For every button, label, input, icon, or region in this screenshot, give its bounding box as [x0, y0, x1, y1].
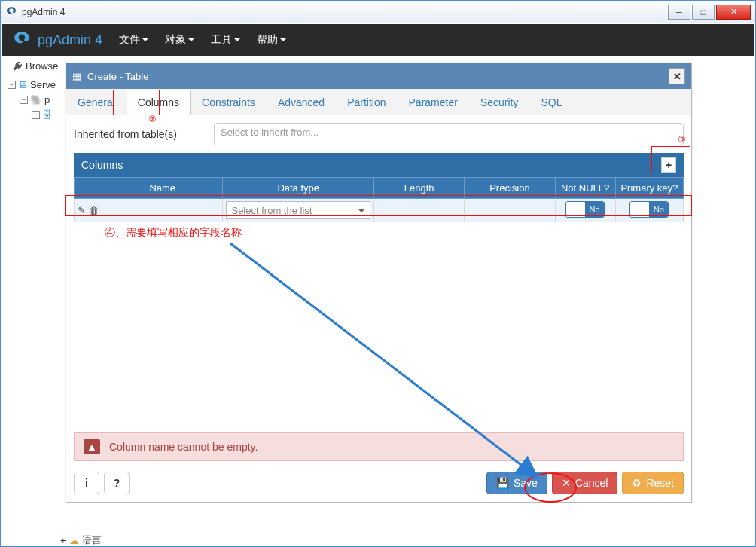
column-row: ✎🗑 Select from the list No No: [75, 199, 684, 222]
save-icon: 💾: [496, 477, 509, 489]
col-notnull-header: Not NULL?: [555, 178, 615, 199]
dialog-tabs: General Columns Constraints Advanced Par…: [66, 89, 691, 115]
caret-down-icon: [358, 209, 365, 216]
browser-panel-label: Browse: [12, 60, 58, 72]
collapse-icon[interactable]: −: [20, 96, 28, 104]
col-pk-header: Primary key?: [615, 178, 683, 199]
database-icon: 🗄: [42, 109, 52, 121]
collapse-icon[interactable]: −: [32, 111, 40, 119]
reset-button[interactable]: ♻Reset: [622, 472, 684, 494]
dialog-title: Create - Table: [87, 71, 148, 82]
menu-object[interactable]: 对象: [165, 33, 194, 47]
app-name: pgAdmin 4: [38, 32, 102, 48]
columns-grid: Name Data type Length Precision Not NULL…: [74, 177, 684, 222]
object-tree: −🖥Serve −🐘p −🗄: [8, 77, 56, 122]
warning-icon: ▲: [84, 439, 100, 454]
caret-down-icon: [188, 38, 194, 44]
info-button[interactable]: i: [74, 472, 99, 494]
expand-icon[interactable]: +: [60, 535, 66, 546]
close-window-button[interactable]: ✕: [716, 5, 751, 20]
add-column-button[interactable]: +: [661, 157, 676, 173]
tab-sql[interactable]: SQL: [529, 90, 573, 115]
dialog-buttons: i ? 💾Save ✕Cancel ♻Reset: [66, 467, 691, 502]
menu-tools[interactable]: 工具: [211, 33, 240, 47]
col-precision-header: Precision: [465, 178, 555, 199]
caret-down-icon: [142, 38, 148, 44]
menu-file[interactable]: 文件: [119, 33, 148, 47]
cancel-button[interactable]: ✕Cancel: [552, 472, 618, 494]
col-name-header: Name: [102, 178, 223, 199]
lang-icon: ☁: [69, 535, 79, 546]
error-text: Column name cannot be empty.: [109, 441, 258, 453]
dialog-content: Inherited from table(s) Select to inheri…: [66, 115, 691, 432]
col-length-header: Length: [373, 178, 464, 199]
tree-servers[interactable]: −🖥Serve: [8, 77, 56, 92]
os-title-text: pgAdmin 4: [22, 7, 668, 17]
minimize-button[interactable]: ─: [668, 5, 690, 20]
error-bar: ▲ Column name cannot be empty.: [74, 432, 684, 461]
dialog-close-button[interactable]: ✕: [669, 68, 685, 84]
inherit-select[interactable]: Select to inherit from...: [214, 123, 684, 145]
close-icon: ✕: [562, 477, 571, 489]
edit-row-icon[interactable]: ✎: [78, 205, 86, 216]
precision-cell[interactable]: [465, 199, 555, 222]
os-window: pgAdmin 4 ─ □ ✕ pgAdmin 4 文件 对象 工具 帮助 Br…: [0, 0, 756, 547]
dialog-header: ▦ Create - Table ✕: [66, 63, 691, 89]
pk-toggle[interactable]: No: [629, 201, 669, 218]
tree-bottom: +☁语言 +🗄postgres: [60, 533, 105, 547]
delete-row-icon[interactable]: 🗑: [89, 205, 99, 216]
os-titlebar: pgAdmin 4 ─ □ ✕: [1, 1, 755, 23]
wrench-icon: [12, 61, 23, 72]
inherit-label: Inherited from table(s): [74, 128, 202, 140]
create-table-dialog: ▦ Create - Table ✕ General Columns Const…: [66, 63, 692, 503]
elephant-icon: 🐘: [30, 94, 42, 105]
app-icon: [5, 6, 17, 18]
maximize-button[interactable]: □: [692, 5, 715, 20]
help-button[interactable]: ?: [104, 472, 130, 494]
recycle-icon: ♻: [632, 477, 642, 489]
col-datatype-header: Data type: [223, 178, 373, 199]
tree-p[interactable]: −🐘p: [8, 92, 56, 107]
datatype-select[interactable]: Select from the list: [226, 201, 370, 219]
caret-down-icon: [234, 38, 240, 44]
tab-parameter[interactable]: Parameter: [398, 90, 469, 115]
columns-grid-header: Columns +: [74, 153, 684, 177]
tab-general[interactable]: General: [66, 90, 127, 115]
tree-lang[interactable]: +☁语言: [60, 533, 105, 547]
save-button[interactable]: 💾Save: [486, 472, 547, 494]
collapse-icon[interactable]: −: [8, 81, 16, 89]
length-cell[interactable]: [373, 199, 464, 222]
tab-partition[interactable]: Partition: [336, 90, 397, 115]
notnull-toggle[interactable]: No: [565, 201, 605, 218]
columns-grid-title: Columns: [81, 159, 123, 171]
tab-columns[interactable]: Columns: [127, 90, 191, 115]
menu-help[interactable]: 帮助: [257, 33, 286, 47]
app-menubar: pgAdmin 4 文件 对象 工具 帮助: [2, 24, 754, 56]
tab-advanced[interactable]: Advanced: [267, 90, 336, 115]
app-logo: pgAdmin 4: [12, 30, 102, 50]
name-cell[interactable]: [102, 199, 223, 222]
tab-constraints[interactable]: Constraints: [191, 90, 267, 115]
grid-icon: ▦: [72, 71, 81, 82]
caret-down-icon: [280, 38, 286, 44]
tab-security[interactable]: Security: [469, 90, 530, 115]
tree-child[interactable]: −🗄: [8, 107, 56, 122]
server-icon: 🖥: [18, 79, 28, 90]
